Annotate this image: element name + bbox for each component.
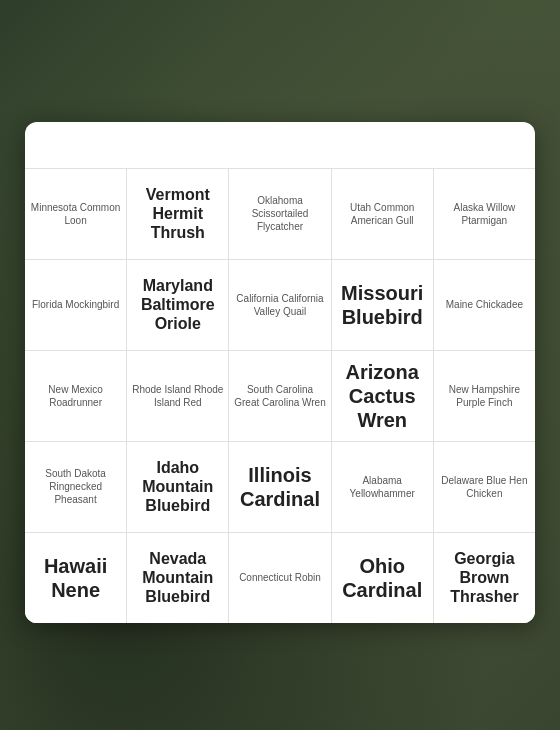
bingo-cell-18: Alabama Yellowhammer <box>332 442 433 532</box>
bingo-cell-16: Idaho Mountain Bluebird <box>127 442 228 532</box>
bingo-card: BINGO Minnesota Common LoonVermont Hermi… <box>25 122 535 623</box>
header-letter-g: G <box>331 128 433 162</box>
bingo-cell-4: Alaska Willow Ptarmigan <box>434 169 535 259</box>
bingo-cell-5: Florida Mockingbird <box>25 260 126 350</box>
bingo-cell-9: Maine Chickadee <box>434 260 535 350</box>
bingo-cell-21: Nevada Mountain Bluebird <box>127 533 228 623</box>
bingo-cell-19: Delaware Blue Hen Chicken <box>434 442 535 532</box>
bingo-cell-3: Utah Common American Gull <box>332 169 433 259</box>
bingo-cell-12: South Carolina Great Carolina Wren <box>229 351 330 441</box>
bingo-cell-15: South Dakota Ringnecked Pheasant <box>25 442 126 532</box>
card-container: BINGO Minnesota Common LoonVermont Hermi… <box>20 108 540 623</box>
bingo-cell-6: Maryland Baltimore Oriole <box>127 260 228 350</box>
bingo-cell-14: New Hampshire Purple Finch <box>434 351 535 441</box>
bingo-cell-8: Missouri Bluebird <box>332 260 433 350</box>
bingo-grid: Minnesota Common LoonVermont Hermit Thru… <box>25 168 535 623</box>
bingo-cell-24: Georgia Brown Thrasher <box>434 533 535 623</box>
bingo-cell-10: New Mexico Roadrunner <box>25 351 126 441</box>
header-letter-o: O <box>433 128 535 162</box>
bingo-cell-7: California California Valley Quail <box>229 260 330 350</box>
header-letter-b: B <box>25 128 127 162</box>
header-letter-n: N <box>229 128 331 162</box>
bingo-cell-1: Vermont Hermit Thrush <box>127 169 228 259</box>
bingo-cell-2: Oklahoma Scissortailed Flycatcher <box>229 169 330 259</box>
bingo-cell-23: Ohio Cardinal <box>332 533 433 623</box>
header-letter-i: I <box>127 128 229 162</box>
bingo-cell-0: Minnesota Common Loon <box>25 169 126 259</box>
bingo-cell-13: Arizona Cactus Wren <box>332 351 433 441</box>
bingo-header: BINGO <box>25 122 535 168</box>
bingo-cell-20: Hawaii Nene <box>25 533 126 623</box>
bingo-cell-17: Illinois Cardinal <box>229 442 330 532</box>
bingo-cell-11: Rhode Island Rhode Island Red <box>127 351 228 441</box>
bingo-cell-22: Connecticut Robin <box>229 533 330 623</box>
